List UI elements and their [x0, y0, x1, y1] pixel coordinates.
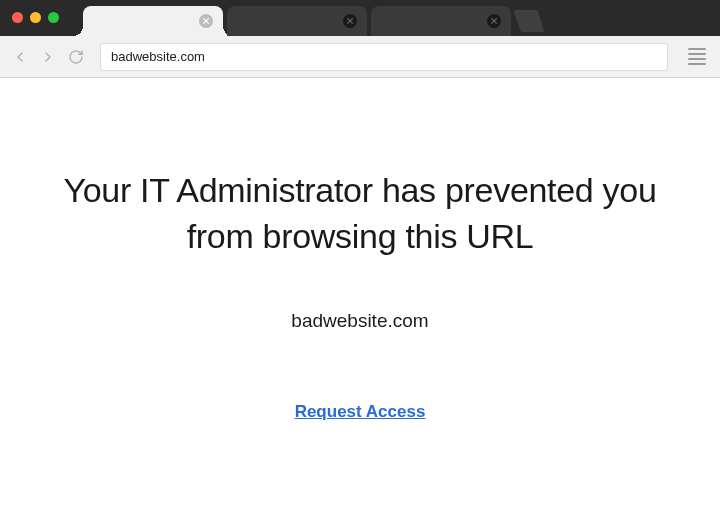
close-icon[interactable] — [343, 14, 357, 28]
forward-button[interactable] — [38, 47, 58, 67]
address-bar-text: badwebsite.com — [111, 49, 205, 64]
blocked-url-text: badwebsite.com — [291, 310, 428, 332]
tabstrip — [83, 0, 541, 36]
new-tab-button[interactable] — [513, 10, 544, 32]
hamburger-icon — [688, 48, 706, 50]
close-icon[interactable] — [199, 14, 213, 28]
browser-tab-active[interactable] — [83, 6, 223, 36]
request-access-link[interactable]: Request Access — [295, 402, 426, 422]
titlebar — [0, 0, 720, 36]
blocked-headline: Your IT Administrator has prevented you … — [40, 168, 680, 260]
menu-button[interactable] — [684, 44, 710, 70]
browser-tab[interactable] — [371, 6, 511, 36]
blocked-page-content: Your IT Administrator has prevented you … — [0, 78, 720, 422]
window-controls — [12, 12, 59, 23]
window-minimize-button[interactable] — [30, 12, 41, 23]
window-close-button[interactable] — [12, 12, 23, 23]
address-bar[interactable]: badwebsite.com — [100, 43, 668, 71]
close-icon[interactable] — [487, 14, 501, 28]
toolbar: badwebsite.com — [0, 36, 720, 78]
back-button[interactable] — [10, 47, 30, 67]
browser-tab[interactable] — [227, 6, 367, 36]
window-maximize-button[interactable] — [48, 12, 59, 23]
reload-button[interactable] — [66, 47, 86, 67]
